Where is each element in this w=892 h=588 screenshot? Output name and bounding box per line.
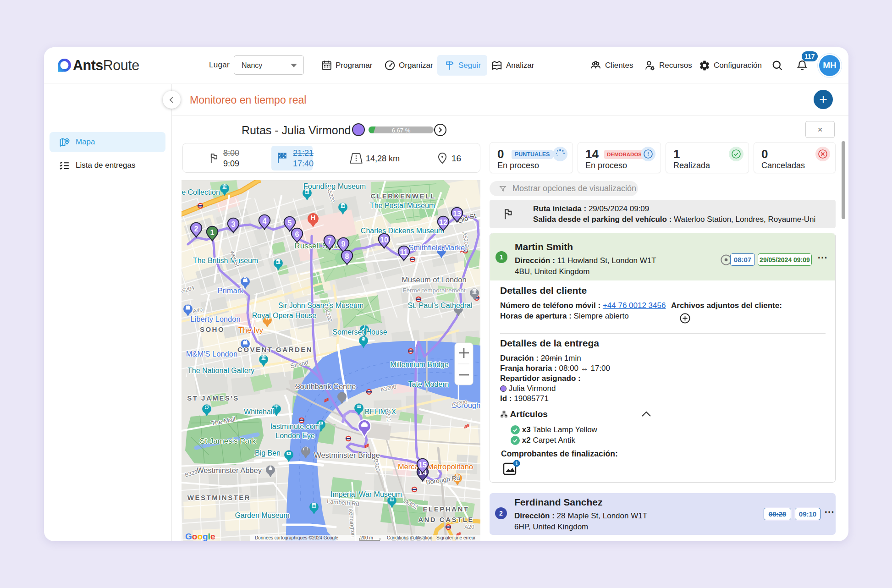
svg-text:Primark: Primark (218, 286, 244, 295)
svg-text:1: 1 (210, 229, 215, 236)
svg-text:1: 1 (515, 461, 518, 466)
svg-text:Sir John Soane's Museum: Sir John Soane's Museum (278, 302, 363, 309)
svg-text:AND CASTLE: AND CASTLE (418, 516, 474, 523)
svg-text:Google: Google (185, 532, 215, 541)
svg-text:Royal Opera House: Royal Opera House (252, 312, 317, 319)
svg-text:Smithfield Market: Smithfield Market (408, 243, 467, 252)
svg-text:10: 10 (380, 236, 388, 244)
svg-text:Foundling Museum: Foundling Museum (303, 182, 366, 190)
svg-text:St James's Park: St James's Park (200, 437, 256, 445)
svg-text:Mercato Metropolitano: Mercato Metropolitano (398, 462, 473, 471)
svg-text:ST JAMES'S: ST JAMES'S (187, 394, 239, 402)
svg-text:e Collection: e Collection (182, 188, 220, 196)
svg-text:London Eye: London Eye (275, 432, 315, 440)
svg-text:15: 15 (418, 461, 427, 469)
svg-text:Charles Dickens Museum: Charles Dickens Museum (361, 227, 444, 235)
svg-text:AntsRoute: AntsRoute (73, 57, 139, 73)
svg-text:M&M'S London: M&M'S London (186, 350, 237, 358)
svg-text:The National Gallery: The National Gallery (187, 367, 254, 374)
svg-text:A20: A20 (464, 524, 474, 530)
svg-text:Big Ben: Big Ben (255, 449, 281, 457)
svg-text:The Postal Museum: The Postal Museum (370, 202, 435, 209)
svg-text:The Ivy: The Ivy (238, 326, 264, 334)
svg-text:A201: A201 (385, 408, 392, 422)
svg-text:Tate Modern: Tate Modern (408, 380, 449, 388)
svg-text:200 m: 200 m (360, 535, 373, 540)
svg-text:11: 11 (400, 248, 408, 256)
svg-text:13: 13 (453, 210, 461, 218)
svg-text:3: 3 (231, 220, 236, 228)
svg-text:Museum of London: Museum of London (402, 275, 466, 284)
svg-text:12: 12 (439, 219, 447, 226)
svg-text:Fermé temporairement: Fermé temporairement (402, 287, 466, 294)
svg-text:lastminute.com: lastminute.com (270, 423, 320, 430)
svg-text:WESTMINSTER: WESTMINSTER (187, 494, 251, 501)
svg-text:2: 2 (194, 225, 198, 233)
svg-text:4: 4 (263, 217, 267, 225)
svg-text:COVENT GARDEN: COVENT GARDEN (237, 346, 313, 353)
svg-text:H: H (311, 214, 316, 221)
svg-text:Westminster Abbey: Westminster Abbey (197, 466, 262, 474)
svg-text:Somerset House: Somerset House (332, 328, 387, 336)
svg-text:Signaler une erreur: Signaler une erreur (436, 535, 476, 540)
svg-text:CLERKENWELL: CLERKENWELL (371, 192, 436, 200)
svg-text:Whitehall: Whitehall (244, 408, 274, 416)
svg-text:Millennium Bridge: Millennium Bridge (390, 361, 448, 368)
svg-text:7: 7 (328, 237, 332, 245)
svg-text:St. Paul's Cathedral: St. Paul's Cathedral (408, 302, 473, 309)
svg-text:The British Museum: The British Museum (193, 257, 258, 264)
svg-text:Westminster Bridge: Westminster Bridge (314, 451, 380, 459)
svg-text:ELEPHANT: ELEPHANT (423, 505, 469, 513)
svg-text:8: 8 (345, 253, 349, 260)
svg-text:SOHO: SOHO (200, 325, 225, 333)
svg-text:Liberty London: Liberty London (190, 315, 240, 323)
svg-text:5: 5 (288, 219, 292, 227)
svg-text:6: 6 (295, 231, 299, 238)
svg-text:Southbank Centre: Southbank Centre (295, 382, 356, 390)
svg-text:Imperial War Museum: Imperial War Museum (330, 490, 402, 498)
svg-text:Garden Museum: Garden Museum (235, 511, 289, 519)
svg-text:Conditions d'utilisation: Conditions d'utilisation (387, 535, 432, 540)
svg-text:9: 9 (341, 240, 346, 248)
svg-text:Données cartographiques ©2024: Données cartographiques ©2024 Google (255, 535, 338, 540)
